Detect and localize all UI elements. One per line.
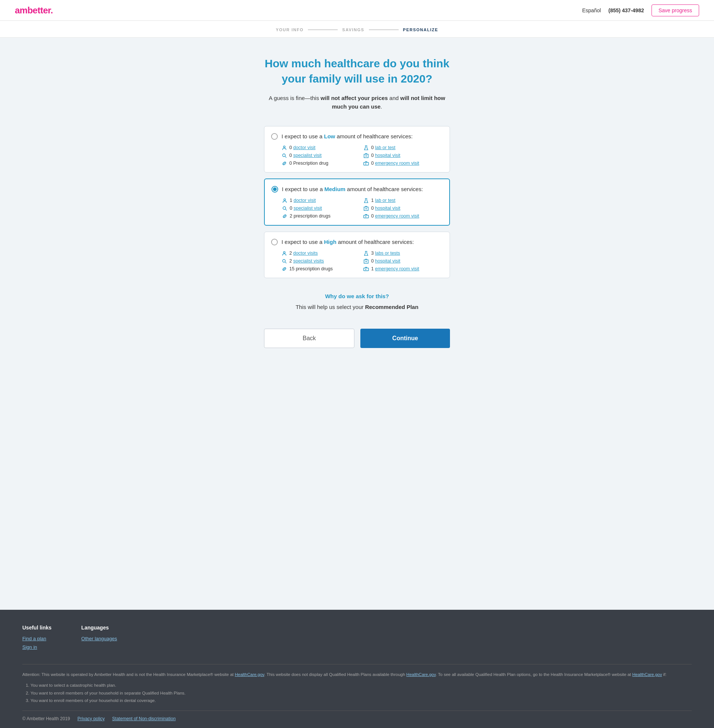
flask-icon bbox=[363, 250, 369, 256]
progress-steps: YOUR INFO SAVINGS PERSONALIZE bbox=[276, 27, 438, 37]
continue-button[interactable]: Continue bbox=[360, 329, 450, 348]
copyright: © Ambetter Health 2019 bbox=[22, 716, 70, 721]
option-card-low[interactable]: I expect to use a Low amount of healthca… bbox=[264, 126, 450, 172]
option-header-low: I expect to use a Low amount of healthca… bbox=[271, 133, 441, 140]
pill-icon bbox=[282, 266, 287, 272]
option-title-high: I expect to use a High amount of healthc… bbox=[282, 239, 414, 245]
footer-find-plan[interactable]: Find a plan bbox=[22, 636, 52, 641]
hospital-icon bbox=[363, 153, 369, 159]
detail-item: 1 emergency room visit bbox=[363, 266, 441, 272]
detail-item: 15 prescription drugs bbox=[282, 266, 360, 272]
subtitle-normal: A guess is fine—this bbox=[269, 95, 321, 101]
svg-point-7 bbox=[284, 199, 286, 201]
header-right: Español (855) 437-4982 Save progress bbox=[582, 4, 699, 16]
attention-text: Attention: This website is operated by A… bbox=[22, 672, 666, 677]
flask-icon bbox=[363, 198, 369, 204]
useful-links-title: Useful links bbox=[22, 625, 52, 631]
footer-useful-links: Useful links Find a plan Sign in bbox=[22, 625, 52, 653]
non-discrimination-link[interactable]: Statement of Non-discrimination bbox=[112, 716, 176, 721]
language-toggle[interactable]: Español bbox=[582, 7, 601, 13]
footer-attention: Attention: This website is operated by A… bbox=[22, 664, 692, 682]
radio-inner-medium bbox=[273, 187, 277, 191]
radio-high[interactable] bbox=[271, 239, 278, 246]
healthcare-gov-link1[interactable]: HealthCare.gov bbox=[235, 672, 264, 677]
healthcare-gov-link2[interactable]: HealthCare.gov bbox=[406, 672, 436, 677]
option-title-medium: I expect to use a Medium amount of healt… bbox=[282, 186, 423, 192]
footer-languages: Languages Other languages bbox=[81, 625, 117, 653]
svg-line-16 bbox=[285, 262, 286, 263]
footer-top: Useful links Find a plan Sign in Languag… bbox=[22, 625, 692, 664]
hospital-icon bbox=[363, 205, 369, 211]
detail-item: 0 emergency room visit bbox=[363, 213, 441, 219]
back-button[interactable]: Back bbox=[264, 329, 354, 348]
svg-point-15 bbox=[283, 259, 286, 262]
step-personalize: PERSONALIZE bbox=[403, 27, 438, 32]
privacy-policy-link[interactable]: Privacy policy bbox=[77, 716, 105, 721]
option-card-medium[interactable]: I expect to use a Medium amount of healt… bbox=[264, 178, 450, 226]
subtitle-end: . bbox=[380, 103, 382, 110]
page-title: How much healthcare do you think your fa… bbox=[260, 56, 454, 86]
footer-bottom: © Ambetter Health 2019 Privacy policy St… bbox=[22, 710, 692, 728]
radio-medium[interactable] bbox=[272, 186, 278, 193]
save-progress-button[interactable]: Save progress bbox=[651, 4, 699, 16]
pill-icon bbox=[282, 213, 288, 219]
logo: ambetter. bbox=[15, 5, 53, 16]
languages-title: Languages bbox=[81, 625, 117, 631]
svg-line-9 bbox=[286, 209, 287, 210]
subtitle-mid: and bbox=[388, 95, 400, 101]
step-your-info: YOUR INFO bbox=[276, 27, 304, 32]
footer-other-languages[interactable]: Other languages bbox=[81, 636, 117, 641]
detail-item: 2 doctor visits bbox=[282, 250, 360, 256]
option-header-high: I expect to use a High amount of healthc… bbox=[271, 239, 441, 246]
level-low: Low bbox=[324, 133, 335, 139]
footer-list: You want to select a catastrophic health… bbox=[22, 682, 692, 705]
svg-line-2 bbox=[285, 156, 286, 157]
healthcare-gov-link3[interactable]: HealthCare.gov bbox=[632, 672, 662, 677]
flask-icon bbox=[363, 145, 369, 151]
why-link[interactable]: Why do we ask for this? bbox=[325, 293, 389, 299]
buttons-row: Back Continue bbox=[264, 329, 450, 348]
magnify-icon bbox=[282, 153, 287, 159]
option-details-low: 0 doctor visit 0 lab or test 0 specialis… bbox=[271, 145, 441, 166]
step-line-2 bbox=[369, 29, 399, 30]
level-high: High bbox=[324, 239, 336, 245]
person-icon bbox=[282, 198, 288, 204]
phone-number: (855) 437-4982 bbox=[608, 7, 644, 13]
step-line-1 bbox=[308, 29, 338, 30]
svg-point-8 bbox=[283, 206, 286, 209]
detail-item: 0 doctor visit bbox=[282, 145, 360, 151]
subtitle-bold1: will not affect your prices bbox=[321, 95, 388, 101]
footer: Useful links Find a plan Sign in Languag… bbox=[0, 610, 714, 728]
detail-item: 2 prescription drugs bbox=[282, 213, 360, 219]
svg-point-14 bbox=[284, 251, 285, 253]
header: ambetter. Español (855) 437-4982 Save pr… bbox=[0, 0, 714, 21]
detail-item: 0 Prescription drug bbox=[282, 160, 360, 166]
option-details-medium: 1 doctor visit 1 lab or test 0 specialis… bbox=[272, 198, 441, 219]
recommended-prefix: This will help us select your bbox=[296, 304, 365, 310]
recommended-text: This will help us select your Recommende… bbox=[296, 304, 418, 310]
option-card-high[interactable]: I expect to use a High amount of healthc… bbox=[264, 232, 450, 278]
hospital-icon bbox=[363, 258, 369, 264]
emergency-icon bbox=[363, 160, 369, 166]
main-content: How much healthcare do you think your fa… bbox=[0, 37, 714, 610]
detail-item: 0 specialist visit bbox=[282, 205, 360, 211]
footer-sign-in[interactable]: Sign in bbox=[22, 644, 52, 650]
detail-item: 3 labs or tests bbox=[363, 250, 441, 256]
footer-list-item: You want to enroll members of your house… bbox=[30, 697, 692, 705]
detail-item: 1 lab or test bbox=[363, 198, 441, 204]
detail-item: 0 hospital visit bbox=[363, 205, 441, 211]
detail-item: 2 specialist visits bbox=[282, 258, 360, 264]
detail-item: 0 emergency room visit bbox=[363, 160, 441, 166]
options-container: I expect to use a Low amount of healthca… bbox=[264, 126, 450, 278]
svg-point-0 bbox=[284, 146, 285, 148]
person-icon bbox=[282, 250, 287, 256]
step-savings: SAVINGS bbox=[342, 27, 364, 32]
recommended-bold: Recommended Plan bbox=[365, 304, 418, 310]
radio-low[interactable] bbox=[271, 133, 278, 140]
svg-point-1 bbox=[283, 154, 286, 157]
pill-icon bbox=[282, 160, 287, 166]
emergency-icon bbox=[363, 266, 369, 272]
page-subtitle: A guess is fine—this will not affect you… bbox=[264, 94, 450, 111]
detail-item: 0 hospital visit bbox=[363, 153, 441, 159]
emergency-icon bbox=[363, 213, 369, 219]
